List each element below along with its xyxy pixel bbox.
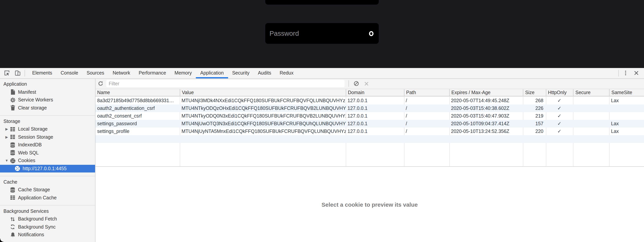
device-toolbar-icon[interactable] xyxy=(12,68,23,78)
column-header-httponly[interactable]: HttpOnly xyxy=(546,89,573,96)
cell-expires: 2020-05-03T15:40:47.903Z xyxy=(449,112,523,120)
kebab-menu-icon[interactable] xyxy=(620,68,631,78)
cookie-row[interactable]: settings_passwordMTU4NjUwOTQ3N3xEdi1CQkF… xyxy=(95,120,644,127)
cookies-panel: NameValueDomainPathExpires / Max-AgeSize… xyxy=(95,79,644,242)
database-icon xyxy=(10,187,16,193)
cell-samesite: Lax xyxy=(609,97,644,104)
cell-domain: 127.0.0.1 xyxy=(346,104,404,112)
sidebar-item-local-storage[interactable]: ▶Local Storage xyxy=(0,125,95,133)
sidebar-item-manifest[interactable]: Manifest xyxy=(0,88,95,96)
tab-network[interactable]: Network xyxy=(108,68,134,78)
gear-icon xyxy=(10,97,16,103)
tab-redux[interactable]: Redux xyxy=(276,68,298,78)
column-header-domain[interactable]: Domain xyxy=(346,89,404,96)
sync-icon xyxy=(10,224,16,230)
cell-value: MTU4NTkyODQzOHxEdi1CQkFFQ180SUFBUkFCRUFB… xyxy=(180,104,346,112)
toolbar-divider xyxy=(348,80,349,87)
tab-console[interactable]: Console xyxy=(56,68,82,78)
cell-httponly: ✓ xyxy=(546,127,573,135)
cell-size: 226 xyxy=(523,104,546,112)
sidebar-item-background-sync[interactable]: Background Sync xyxy=(0,223,95,231)
column-header-samesite[interactable]: SameSite xyxy=(609,89,644,96)
column-header-size[interactable]: Size xyxy=(523,89,546,96)
cell-name: settings_profile xyxy=(95,127,180,135)
cookie-row[interactable]: settings_profileMTU4NjUyNTA5MnxEdi1CQkFF… xyxy=(95,127,644,135)
chevron-right-icon[interactable]: ▶ xyxy=(4,127,10,131)
tab-performance[interactable]: Performance xyxy=(134,68,170,78)
chevron-right-icon[interactable]: ▶ xyxy=(4,135,10,139)
cell-path: / xyxy=(404,97,449,104)
cell-domain: 127.0.0.1 xyxy=(346,97,404,104)
close-icon[interactable] xyxy=(631,68,642,78)
tab-sources[interactable]: Sources xyxy=(82,68,108,78)
sidebar-section-title: Application xyxy=(0,80,95,88)
cookie-row[interactable]: 8a3d27185b49d7758d8bb669331…MTU4NjI3MDk4… xyxy=(95,97,644,104)
cell-path: / xyxy=(404,127,449,135)
document-icon xyxy=(10,89,16,95)
eye-icon[interactable] xyxy=(365,27,378,40)
tab-security[interactable]: Security xyxy=(228,68,254,78)
tabbar-divider xyxy=(24,70,25,76)
sidebar-item-web-sql[interactable]: Web SQL xyxy=(0,149,95,157)
inspect-icon[interactable] xyxy=(2,68,12,78)
column-header-name[interactable]: Name xyxy=(95,89,180,96)
cookie-table-body: 8a3d27185b49d7758d8bb669331…MTU4NjI3MDk4… xyxy=(95,97,644,166)
cell-value: MTU4NjUwOTQ3N3xEdi1CQkFFQ180SUFBUkFCRUFB… xyxy=(180,120,346,127)
devtools-tabbar: ElementsConsoleSourcesNetworkPerformance… xyxy=(0,68,644,79)
column-header-path[interactable]: Path xyxy=(404,89,449,96)
sidebar-item-service-workers[interactable]: Service Workers xyxy=(0,96,95,104)
login-field-cropped[interactable] xyxy=(265,0,378,5)
filter-input[interactable] xyxy=(106,80,344,87)
table-icon xyxy=(10,134,16,140)
tab-audits[interactable]: Audits xyxy=(254,68,276,78)
sidebar-item-cache-storage[interactable]: Cache Storage xyxy=(0,186,95,194)
bell-icon xyxy=(10,232,16,238)
column-header-expires-max-age[interactable]: Expires / Max-Age xyxy=(449,89,523,96)
sidebar-item-session-storage[interactable]: ▶Session Storage xyxy=(0,133,95,141)
cookie-row[interactable]: oauth2_authentication_csrfMTU4NTkyODQzOH… xyxy=(95,104,644,112)
block-icon[interactable] xyxy=(352,79,361,88)
cell-value: MTU4NjUyNTA5MnxEdi1CQkFFQ180SUFBUkFCRUFB… xyxy=(180,127,346,135)
window-corner xyxy=(0,238,4,242)
cell-path: / xyxy=(404,104,449,112)
sidebar-item-label: Clear storage xyxy=(18,105,47,111)
sidebar-item-cookies[interactable]: ▼Cookies xyxy=(0,157,95,165)
cell-size: 157 xyxy=(523,120,546,127)
login-page-background xyxy=(0,0,644,68)
empty-row[interactable] xyxy=(95,135,644,143)
sidebar-item-label: Cache Storage xyxy=(18,187,50,193)
cell-secure xyxy=(573,127,609,135)
sidebar-item-background-fetch[interactable]: Background Fetch xyxy=(0,215,95,223)
tab-elements[interactable]: Elements xyxy=(28,68,56,78)
chevron-down-icon[interactable]: ▼ xyxy=(4,159,10,163)
application-sidebar: ApplicationManifestService WorkersClear … xyxy=(0,79,95,242)
sidebar-section-cache: CacheCache StorageApplication Cache xyxy=(0,176,95,205)
sidebar-item-application-cache[interactable]: Application Cache xyxy=(0,194,95,202)
sidebar-item-label: Web SQL xyxy=(18,150,39,156)
tab-application[interactable]: Application xyxy=(196,68,228,78)
column-header-value[interactable]: Value xyxy=(180,89,346,96)
devtools-window: ElementsConsoleSourcesNetworkPerformance… xyxy=(0,68,644,242)
cell-samesite xyxy=(609,104,644,112)
clear-filter-close-icon[interactable] xyxy=(362,79,371,88)
cell-expires: 2020-05-07T14:49:45.248Z xyxy=(449,97,523,104)
cell-domain: 127.0.0.1 xyxy=(346,112,404,120)
password-field[interactable] xyxy=(265,23,378,44)
cookie-table-header: NameValueDomainPathExpires / Max-AgeSize… xyxy=(95,89,644,96)
sidebar-item-label: Service Workers xyxy=(18,97,53,103)
cell-samesite: Lax xyxy=(609,120,644,127)
sidebar-item-label: http://127.0.0.1:4455 xyxy=(22,166,66,171)
password-input[interactable] xyxy=(265,23,365,44)
sidebar-section-background-services: Background ServicesBackground FetchBackg… xyxy=(0,205,95,242)
sidebar-item-http-127-0-0-1-4455[interactable]: http://127.0.0.1:4455 xyxy=(0,165,95,172)
column-header-secure[interactable]: Secure xyxy=(573,89,609,96)
cell-value: MTU4NjI3MDk4NXxEdi1CQkFFQ180SUFBUkFCRUFB… xyxy=(180,97,346,104)
cell-name: oauth2_consent_csrf xyxy=(95,112,180,120)
refresh-icon[interactable] xyxy=(96,79,105,88)
sidebar-item-indexeddb[interactable]: IndexedDB xyxy=(0,141,95,149)
tab-memory[interactable]: Memory xyxy=(170,68,196,78)
sidebar-item-clear-storage[interactable]: Clear storage xyxy=(0,104,95,112)
sidebar-item-notifications[interactable]: Notifications xyxy=(0,231,95,239)
cookie-row[interactable]: oauth2_consent_csrfMTU4NTkyODQ0N3xEdi1CQ… xyxy=(95,112,644,120)
cell-path: / xyxy=(404,112,449,120)
